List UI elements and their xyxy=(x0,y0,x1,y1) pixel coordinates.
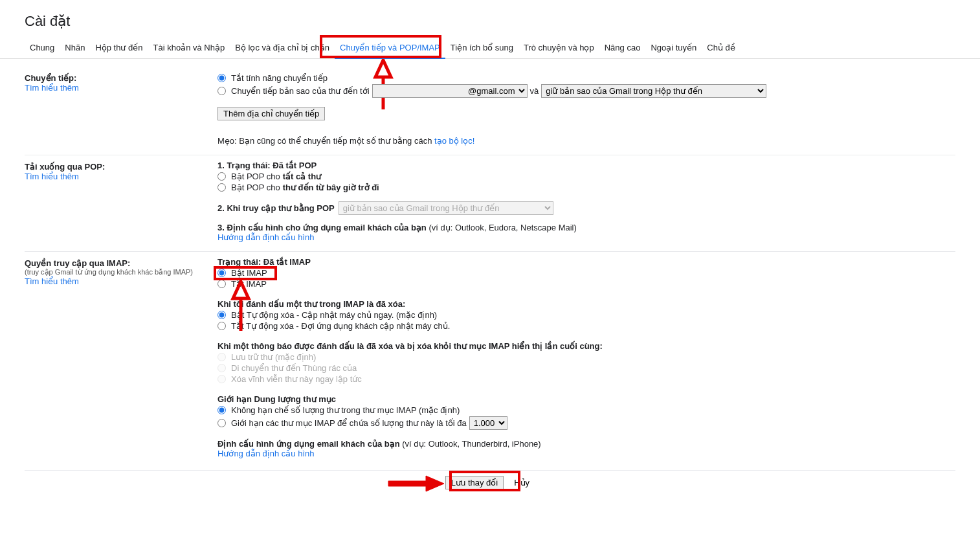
imap-config-link[interactable]: Hướng dẫn định cấu hình xyxy=(217,449,314,458)
radio-pop-now[interactable] xyxy=(217,183,226,192)
radio-auto-off[interactable] xyxy=(217,322,226,330)
imap-config-eg: (ví dụ: Outlook, Thunderbird, iPhone) xyxy=(402,439,540,449)
radio-auto-on[interactable] xyxy=(217,311,226,319)
pop-now-prefix: Bật POP cho xyxy=(231,183,280,192)
page-title: Cài đặt xyxy=(0,0,980,38)
tab-addons[interactable]: Tiện ích bổ sung xyxy=(445,38,518,58)
imap-auto-head: Khi tôi đánh dấu một thư trong IMAP là đ… xyxy=(217,299,955,309)
pop-config-eg: (ví dụ: Outlook, Eudora, Netscape Mail) xyxy=(429,223,576,232)
tab-themes[interactable]: Chủ đề xyxy=(702,38,740,58)
pop-label: Tải xuống qua POP: xyxy=(25,162,217,172)
forwarding-learn-more-link[interactable]: Tìm hiểu thêm xyxy=(25,83,79,93)
section-pop: Tải xuống qua POP: Tìm hiểu thêm 1. Trạn… xyxy=(25,155,955,252)
pop-status-value: Đã tắt POP xyxy=(273,161,317,170)
radio-limit-on[interactable] xyxy=(217,419,226,427)
removed-archive-label: Lưu trữ thư (mặc định) xyxy=(231,352,316,362)
content: Chuyển tiếp: Tìm hiểu thêm Tắt tính năng… xyxy=(0,59,980,502)
limit-on-label: Giới hạn các thư mục IMAP để chứa số lượ… xyxy=(231,418,467,428)
select-limit-count[interactable]: 1.000 xyxy=(469,416,507,430)
pop-config-link[interactable]: Hướng dẫn định cấu hình xyxy=(217,232,314,242)
imap-label: Quyền truy cập qua IMAP: xyxy=(25,258,217,268)
imap-removed-head: Khi một thông báo được đánh dấu là đã xó… xyxy=(217,341,955,351)
radio-imap-on[interactable] xyxy=(217,269,226,277)
imap-limit-head: Giới hạn Dung lượng thư mục xyxy=(217,394,955,404)
annotation-arrow-save xyxy=(387,475,445,493)
section-imap: Quyền truy cập qua IMAP: (truy cập Gmail… xyxy=(25,252,955,467)
imap-status-value: Đã tắt IMAP xyxy=(263,257,311,267)
tabs-bar: Chung Nhãn Hộp thư đến Tài khoản và Nhập… xyxy=(0,38,980,59)
forward-off-label: Tắt tính năng chuyển tiếp xyxy=(231,73,328,83)
tab-accounts[interactable]: Tài khoản và Nhập xyxy=(148,38,230,58)
tab-chat[interactable]: Trò chuyện và họp xyxy=(518,38,599,58)
imap-on-label: Bật IMAP xyxy=(231,268,267,278)
forwarding-label: Chuyển tiếp: xyxy=(25,73,217,83)
pop-learn-more-link[interactable]: Tìm hiểu thêm xyxy=(25,172,79,181)
auto-on-label: Bật Tự động xóa - Cập nhật máy chủ ngay.… xyxy=(231,310,437,320)
tab-general[interactable]: Chung xyxy=(25,38,60,58)
radio-forward-off[interactable] xyxy=(217,74,226,82)
tab-inbox[interactable]: Hộp thư đến xyxy=(90,38,148,58)
cancel-button[interactable]: Hủy xyxy=(509,476,535,489)
radio-imap-off[interactable] xyxy=(217,280,226,288)
select-pop-action: giữ bản sao của Gmail trong Hộp thư đến xyxy=(339,201,553,215)
select-forward-action[interactable]: giữ bản sao của Gmail trong Hộp thư đến xyxy=(541,84,766,98)
tab-advanced[interactable]: Nâng cao xyxy=(599,38,646,58)
save-button[interactable]: Lưu thay đổi xyxy=(445,476,504,489)
imap-config-label: Định cấu hình ứng dụng email khách của b… xyxy=(217,439,402,449)
pop-config-label: 3. Định cấu hình cho ứng dụng email khác… xyxy=(217,223,429,232)
limit-off-label: Không hạn chế số lượng thư trong thư mục… xyxy=(231,405,460,415)
radio-removed-archive xyxy=(217,353,226,361)
pop-status-label: 1. Trạng thái: xyxy=(217,161,273,170)
removed-trash-label: Di chuyển thư đến Thùng rác của xyxy=(231,363,357,373)
forward-copy-label: Chuyển tiếp bản sao của thư đến tới xyxy=(231,86,370,96)
tab-forwarding-pop-imap[interactable]: Chuyển tiếp và POP/IMAP xyxy=(335,38,445,59)
imap-off-label: Tắt IMAP xyxy=(231,279,267,289)
pop-all-bold: tất cả thư xyxy=(283,172,321,181)
radio-removed-delete xyxy=(217,375,226,383)
imap-learn-more-link[interactable]: Tìm hiểu thêm xyxy=(25,276,79,286)
pop-all-prefix: Bật POP cho xyxy=(231,172,280,181)
add-forward-address-button[interactable]: Thêm địa chỉ chuyển tiếp xyxy=(217,107,325,120)
auto-off-label: Tắt Tự động xóa - Đợi ứng dụng khách cập… xyxy=(231,321,450,331)
radio-pop-all[interactable] xyxy=(217,172,226,181)
forward-tip-text: Mẹo: Bạn cũng có thể chuyển tiếp một số … xyxy=(217,136,434,146)
save-row: Lưu thay đổi Hủy xyxy=(25,470,955,502)
imap-status-label: Trạng thái: xyxy=(217,257,263,267)
section-forwarding: Chuyển tiếp: Tìm hiểu thêm Tắt tính năng… xyxy=(25,67,955,155)
radio-limit-off[interactable] xyxy=(217,406,226,414)
tab-offline[interactable]: Ngoại tuyến xyxy=(645,38,702,58)
removed-delete-label: Xóa vĩnh viễn thư này ngay lập tức xyxy=(231,374,362,384)
radio-removed-trash xyxy=(217,364,226,372)
imap-sublabel: (truy cập Gmail từ ứng dụng khách khác b… xyxy=(25,268,217,276)
select-forward-email[interactable]: @gmail.com xyxy=(372,84,528,98)
tab-labels[interactable]: Nhãn xyxy=(60,38,90,58)
pop-now-bold: thư đến từ bây giờ trở đi xyxy=(283,183,379,192)
tab-filters[interactable]: Bộ lọc và địa chỉ bị chặn xyxy=(230,38,335,58)
create-filter-link[interactable]: tạo bộ lọc! xyxy=(434,136,474,146)
forward-and-label: và xyxy=(530,86,539,96)
radio-forward-copy[interactable] xyxy=(217,87,226,95)
pop-access-label: 2. Khi truy cập thư bằng POP xyxy=(217,203,335,213)
